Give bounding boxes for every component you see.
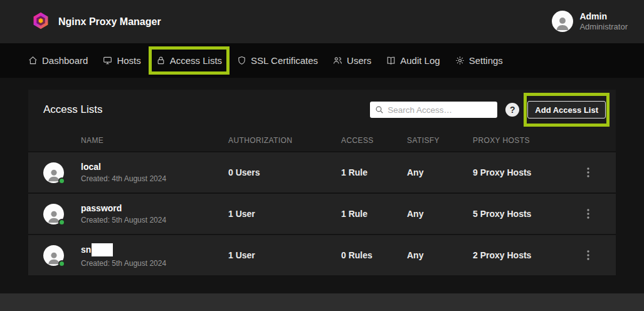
monitor-icon	[103, 56, 112, 65]
header-controls: ? Add Access List	[370, 101, 606, 119]
kebab-menu-icon	[587, 167, 589, 177]
row-avatar	[43, 162, 64, 183]
satisfy-cell: Any	[407, 250, 473, 260]
nav-label: Access Lists	[170, 55, 222, 66]
proxy-hosts-cell: 2 Proxy Hosts	[473, 250, 576, 260]
row-menu-button[interactable]	[584, 165, 592, 180]
proxy-hosts-cell: 5 Proxy Hosts	[473, 209, 576, 219]
created-date: Created: 5th August 2024	[81, 216, 228, 224]
satisfy-cell: Any	[407, 167, 473, 177]
book-icon	[386, 56, 396, 65]
access-lists-card: Access Lists ? Add Access List	[28, 90, 616, 275]
authorization-cell: 1 User	[228, 209, 341, 219]
row-menu-button[interactable]	[584, 248, 592, 263]
app-title: Nginx Proxy Manager	[58, 16, 161, 28]
authorization-cell: 1 User	[228, 250, 341, 260]
column-header-satisfy: SATISFY	[407, 136, 473, 145]
topbar: Nginx Proxy Manager Admin Administrator	[0, 0, 644, 43]
person-icon	[554, 14, 571, 32]
name-cell: sn Created: 5th August 2024	[81, 243, 228, 268]
nav-label: Hosts	[117, 55, 140, 66]
brand[interactable]: Nginx Proxy Manager	[31, 11, 161, 33]
add-access-list-button[interactable]: Add Access List	[527, 101, 606, 119]
nav-item-settings[interactable]: Settings	[455, 55, 503, 66]
nav-label: Dashboard	[42, 55, 88, 66]
satisfy-cell: Any	[407, 209, 473, 219]
access-list-name: password	[81, 203, 122, 213]
gear-icon	[455, 56, 465, 65]
online-status-dot	[58, 260, 65, 267]
access-list-name: sn	[81, 245, 91, 255]
lock-icon	[156, 56, 166, 65]
access-list-name: local	[81, 162, 101, 172]
kebab-menu-icon	[587, 250, 589, 260]
user-role: Administrator	[579, 22, 628, 33]
nav-item-audit-log[interactable]: Audit Log	[386, 55, 440, 66]
column-header-name: NAME	[81, 136, 228, 145]
row-avatar	[43, 245, 64, 266]
app-logo-icon	[31, 11, 50, 33]
content-area: Access Lists ? Add Access List	[0, 78, 644, 293]
page-title: Access Lists	[43, 103, 102, 116]
nav-item-users[interactable]: Users	[333, 55, 371, 66]
access-cell: 1 Rule	[341, 209, 407, 219]
table-row[interactable]: password Created: 5th August 2024 1 User…	[28, 192, 616, 234]
home-icon	[28, 56, 38, 65]
nav-item-hosts[interactable]: Hosts	[103, 55, 140, 66]
created-date: Created: 5th August 2024	[81, 259, 228, 268]
online-status-dot	[58, 177, 65, 184]
card-header: Access Lists ? Add Access List	[28, 90, 616, 130]
proxy-hosts-cell: 9 Proxy Hosts	[473, 167, 576, 177]
authorization-cell: 0 Users	[228, 167, 341, 177]
name-cell: password Created: 5th August 2024	[81, 203, 228, 224]
nav-label: Audit Log	[400, 55, 440, 66]
user-avatar	[552, 11, 573, 32]
column-header-access: ACCESS	[341, 136, 407, 145]
search-input[interactable]	[388, 105, 492, 115]
row-avatar	[43, 204, 64, 224]
created-date: Created: 4th August 2024	[81, 174, 228, 183]
table-header: NAME AUTHORIZATION ACCESS SATISFY PROXY …	[28, 130, 616, 151]
nav-label: Settings	[469, 55, 503, 66]
nav-item-ssl-certificates[interactable]: SSL Certificates	[237, 55, 318, 66]
nav-item-access-lists[interactable]: Access Lists	[156, 55, 222, 66]
user-name: Admin	[579, 11, 628, 22]
redacted-name-box	[92, 243, 113, 256]
row-menu-button[interactable]	[584, 206, 592, 221]
user-menu[interactable]: Admin Administrator	[552, 11, 628, 33]
nav-item-dashboard[interactable]: Dashboard	[28, 55, 88, 66]
screen: Nginx Proxy Manager Admin Administrator …	[0, 0, 644, 311]
access-cell: 0 Rules	[341, 250, 407, 260]
search-icon	[375, 105, 384, 114]
main-nav: Dashboard Hosts Access Lists SSL Certifi…	[0, 43, 644, 78]
kebab-menu-icon	[587, 209, 589, 219]
footer-strip	[0, 293, 644, 311]
online-status-dot	[58, 219, 65, 226]
table-row[interactable]: sn Created: 5th August 2024 1 User 0 Rul…	[28, 234, 616, 275]
shield-icon	[237, 56, 246, 65]
nav-label: Users	[347, 55, 371, 66]
users-icon	[333, 56, 342, 65]
access-cell: 1 Rule	[341, 167, 407, 177]
search-box[interactable]	[370, 102, 497, 118]
name-cell: local Created: 4th August 2024	[81, 162, 228, 183]
nav-label: SSL Certificates	[251, 55, 318, 66]
column-header-proxy-hosts: PROXY HOSTS	[473, 136, 576, 145]
table-row[interactable]: local Created: 4th August 2024 0 Users 1…	[28, 151, 616, 192]
column-header-authorization: AUTHORIZATION	[228, 136, 341, 145]
help-button[interactable]: ?	[505, 103, 519, 117]
